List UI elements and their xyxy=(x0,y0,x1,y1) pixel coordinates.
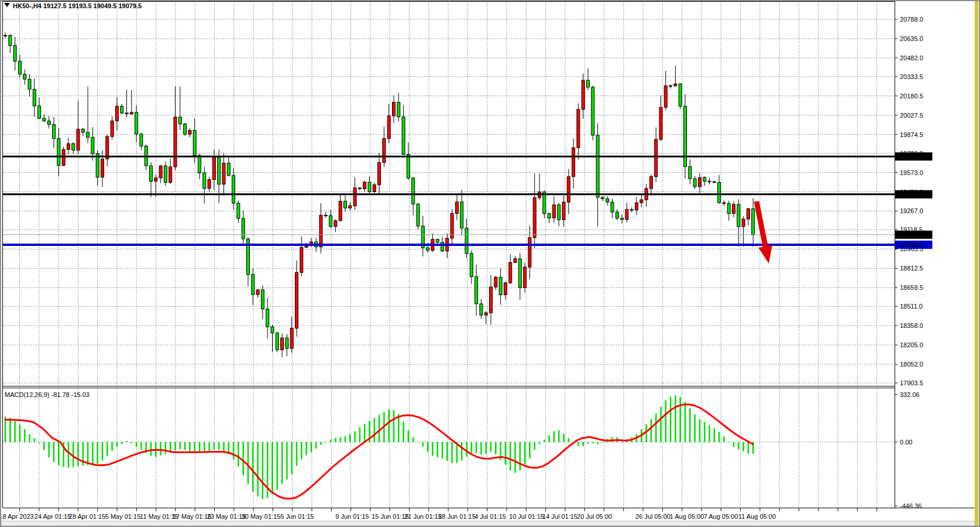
candle xyxy=(81,128,84,136)
sell-arrow-annotation[interactable] xyxy=(757,201,772,264)
macd-histogram-bar xyxy=(379,415,380,442)
macd-histogram-bar xyxy=(325,442,327,443)
time-tick-label: 5 Jun 01:15 xyxy=(280,513,314,520)
price-tag-19079.5[interactable]: 19079.5 xyxy=(895,231,933,239)
macd-histogram-bar xyxy=(305,442,307,455)
macd-histogram-bar xyxy=(660,407,662,442)
macd-histogram-bar xyxy=(165,442,167,454)
time-tick-label: 11 Aug 05:00 xyxy=(738,513,776,520)
macd-histogram-bar xyxy=(563,434,565,442)
candle xyxy=(188,128,191,137)
macd-histogram-bar xyxy=(748,442,749,454)
candle xyxy=(475,265,478,316)
annotations-layer[interactable] xyxy=(757,201,772,264)
price-tag-19700.0[interactable]: 19700.0 xyxy=(895,152,933,160)
macd-histogram-bar xyxy=(733,442,735,447)
macd-histogram-bar xyxy=(548,435,550,442)
candle xyxy=(121,104,123,114)
macd-histogram-bar xyxy=(436,442,438,457)
price-tag-19400.0[interactable]: 19400.0 xyxy=(895,190,933,199)
symbol-dropdown-icon[interactable] xyxy=(4,3,10,7)
price-tag-19000.0[interactable]: 19000.0 xyxy=(895,241,933,249)
macd-histogram-bar xyxy=(665,401,667,442)
candle xyxy=(38,97,41,119)
macd-histogram-bar xyxy=(29,434,30,442)
candle xyxy=(111,117,114,139)
candle xyxy=(649,174,652,196)
macd-histogram-bar xyxy=(53,442,55,462)
candle xyxy=(178,87,181,130)
macd-histogram-bar xyxy=(544,440,545,442)
candle xyxy=(232,168,235,210)
mt4-chart-window: 20788.020635.020482.020333.520180.520027… xyxy=(0,0,980,527)
macd-histogram-bar xyxy=(136,442,137,447)
candle xyxy=(203,166,206,203)
candle xyxy=(655,127,658,182)
candle xyxy=(393,95,396,123)
macd-histogram-bar xyxy=(247,442,249,484)
macd-histogram-bar xyxy=(597,442,599,444)
price-tick-label: 18052.0 xyxy=(900,361,923,368)
chart-canvas[interactable]: 20788.020635.020482.020333.520180.520027… xyxy=(0,0,980,527)
macd-histogram-bar xyxy=(694,414,696,442)
macd-indicator-label: MACD(12,26,9) -81.78 -15.03 xyxy=(5,391,90,398)
candle xyxy=(723,200,725,206)
candle xyxy=(528,225,531,279)
macd-histogram-bar xyxy=(675,395,676,442)
candle xyxy=(460,190,463,235)
macd-histogram-bar xyxy=(9,418,11,442)
candle xyxy=(640,195,643,208)
candle xyxy=(281,334,284,357)
macd-histogram-bar xyxy=(611,437,613,442)
candle xyxy=(548,213,551,223)
price-tick-label: 19267.0 xyxy=(900,207,923,214)
time-tick-label: 21 Jun 01:15 xyxy=(404,513,442,520)
candle xyxy=(436,239,439,244)
candle xyxy=(47,116,50,128)
macd-histogram-bar xyxy=(68,442,70,468)
macd-histogram-bar xyxy=(685,402,686,442)
candle xyxy=(538,173,541,200)
candle xyxy=(222,153,225,196)
candle xyxy=(115,97,118,130)
macd-histogram-bar xyxy=(160,442,161,456)
macd-histogram-bar xyxy=(223,442,225,451)
candle xyxy=(417,203,419,230)
macd-histogram-bar xyxy=(242,442,244,475)
candle xyxy=(470,250,473,284)
candle xyxy=(698,173,701,193)
candle xyxy=(295,261,298,337)
time-tick-label: 9 Jun 01:15 xyxy=(335,513,369,520)
candle xyxy=(33,78,36,117)
candle xyxy=(621,214,624,223)
macd-histogram-bar xyxy=(417,442,419,442)
price-tick-label: 18659.5 xyxy=(900,284,923,291)
time-tick-label: 7 Aug 05:00 xyxy=(704,513,738,520)
macd-histogram-bar xyxy=(349,434,351,442)
macd-histogram-bar xyxy=(354,431,356,442)
macd-histogram-bar xyxy=(218,442,220,450)
macd-histogram-bar xyxy=(335,438,336,442)
svg-text:19400.0: 19400.0 xyxy=(899,191,923,198)
macd-histogram-bar xyxy=(592,442,594,443)
candle xyxy=(635,197,638,215)
macd-histogram-bar xyxy=(189,442,191,451)
candle xyxy=(150,162,153,197)
chart-frame xyxy=(1,1,979,526)
candle xyxy=(174,87,177,170)
candle xyxy=(23,70,26,85)
macd-histogram-bar xyxy=(427,442,429,452)
macd-histogram-bar xyxy=(339,437,341,442)
macd-histogram-bar xyxy=(194,442,195,452)
candle xyxy=(368,176,371,195)
time-tick-label: 15 Jun 01:15 xyxy=(372,513,409,520)
macd-histogram-bar xyxy=(150,442,152,456)
candle xyxy=(737,199,740,247)
candle xyxy=(227,157,230,177)
candle xyxy=(67,138,70,154)
macd-histogram-bar xyxy=(485,442,487,454)
candle xyxy=(159,165,162,183)
macd-histogram-bar xyxy=(524,442,526,464)
time-tick-label: 10 Jul 01:15 xyxy=(509,513,544,520)
time-tick-label: 14 Jul 01:15 xyxy=(542,513,577,520)
